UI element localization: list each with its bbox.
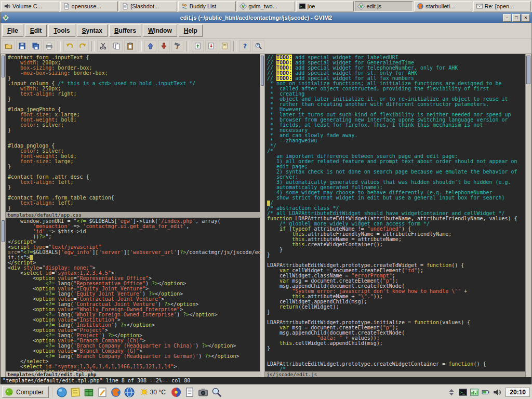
run-script-button[interactable]: [219, 40, 231, 52]
menu-edit[interactable]: Edit: [25, 24, 47, 37]
help-button[interactable]: ?: [239, 40, 251, 52]
titlebar[interactable]: V edit.js (~/public_html/acd/contactmgr/…: [1, 12, 531, 23]
task-button-8[interactable]: Re: [open...: [473, 1, 531, 11]
hide-icon[interactable]: [447, 388, 456, 397]
code-line: }: [267, 247, 525, 252]
screen: Volume C...opensuse...[Slashdot...Buddy …: [0, 0, 532, 399]
window-list: Volume C...opensuse...[Slashdot...Buddy …: [1, 1, 531, 11]
code-line: * called after object constructed, provi…: [267, 86, 525, 91]
editor-pane-edit-js[interactable]: // TODO: add special widget for labeledU…: [265, 54, 525, 371]
scrollbar-thumb[interactable]: [2, 220, 5, 242]
vim-icon: V: [357, 3, 365, 10]
menu-window[interactable]: Window: [143, 24, 177, 37]
code-line: src="<?=$GLOBALS['egw_info']['server']['…: [8, 250, 260, 255]
task-button-6[interactable]: Vedit.js: [355, 1, 413, 11]
cut-button[interactable]: [97, 40, 109, 52]
load-session-button[interactable]: [192, 40, 204, 52]
firefox-icon[interactable]: [110, 387, 122, 398]
save-all-button[interactable]: [30, 40, 42, 52]
bottom-taskbar: Computer 30 °C >_ 20:10: [0, 384, 532, 399]
battery-icon[interactable]: [481, 388, 490, 397]
find-prev-button[interactable]: [144, 40, 156, 52]
task-button-1[interactable]: opensuse...: [60, 1, 118, 11]
magnifier-icon[interactable]: [211, 387, 222, 398]
ball-icon[interactable]: [170, 387, 182, 398]
open-button[interactable]: [3, 40, 15, 52]
toolbar: ??: [1, 38, 531, 54]
document-icon[interactable]: [184, 387, 195, 398]
editor-icon[interactable]: [97, 387, 108, 398]
task-button-3[interactable]: Buddy List: [178, 1, 236, 11]
statusline-app-css: templates/default/app.css: [6, 212, 260, 218]
svg-text:V: V: [4, 16, 8, 20]
monitor-icon[interactable]: [470, 388, 479, 397]
menu-tools[interactable]: Tools: [48, 24, 75, 37]
task-button-7[interactable]: starbulleti...: [414, 1, 472, 11]
notes-icon[interactable]: [70, 387, 81, 398]
menu-file[interactable]: File: [2, 24, 23, 37]
svg-text:>_: >_: [300, 4, 304, 8]
left-scrollbar[interactable]: [1, 54, 6, 377]
menubar: FileEditToolsSyntaxBuffersWindowHelp: [1, 23, 531, 38]
scrollbar-thumb[interactable]: [261, 56, 264, 86]
globe-icon[interactable]: [124, 387, 135, 398]
camera-icon[interactable]: [197, 387, 209, 398]
sphere-icon[interactable]: [56, 387, 68, 398]
close-button[interactable]: ×: [522, 14, 530, 22]
redo-button[interactable]: [77, 40, 89, 52]
task-button-label: [Slashdot...: [130, 3, 159, 9]
task-button-label: starbulleti...: [425, 3, 455, 9]
split-scrollbar[interactable]: [260, 54, 265, 377]
task-button-0[interactable]: Volume C...: [1, 1, 59, 11]
print-button[interactable]: [43, 40, 55, 52]
paste-button[interactable]: [124, 40, 136, 52]
statusline-edit-tpl-php: templates/default/edit.tpl.php: [6, 371, 260, 377]
scrollbar-thumb[interactable]: [2, 56, 5, 77]
window-title: edit.js (~/public_html/acd/contactmgr/js…: [9, 15, 503, 21]
maximize-button[interactable]: □: [512, 14, 521, 22]
left-split: #contact_form .inputText { width: 200px;…: [6, 54, 260, 377]
top-taskbar: Volume C...opensuse...[Slashdot...Buddy …: [0, 0, 532, 12]
menu-buffers[interactable]: Buffers: [109, 24, 141, 37]
svg-text:>_: >_: [460, 390, 466, 395]
computer-menu-button[interactable]: Computer: [2, 386, 49, 398]
statusline-edit-js: js/jscode/edit.js: [265, 371, 525, 377]
editor-area: #contact_form .inputText { width: 200px;…: [1, 54, 531, 377]
find-next-button[interactable]: [158, 40, 170, 52]
menu-help[interactable]: Help: [179, 24, 203, 37]
code-line: * rather than creating another with diff…: [267, 102, 525, 107]
task-button-2[interactable]: [Slashdot...: [119, 1, 177, 11]
right-scrollbar[interactable]: [525, 54, 531, 377]
task-button-4[interactable]: Vgvim_two...: [237, 1, 295, 11]
terminal-icon: >_: [299, 3, 306, 10]
code-line: [8, 133, 260, 138]
code-line: ))?>";: [8, 234, 260, 240]
code-line: }: [8, 206, 260, 211]
weather-applet[interactable]: 30 °C: [137, 388, 168, 396]
minimize-button[interactable]: –: [503, 14, 511, 22]
quick-launch: [56, 387, 135, 398]
window-controls: – □ ×: [503, 14, 530, 22]
code-line: }: [267, 252, 525, 258]
code-line: }: [8, 164, 260, 169]
scrollbar-thumb[interactable]: [526, 56, 530, 84]
code-line: text-align: left;: [8, 180, 260, 185]
task-button-5[interactable]: >_joe: [296, 1, 354, 11]
temperature-label: 30 °C: [150, 389, 166, 396]
code-line: /*: [267, 367, 525, 371]
package-icon[interactable]: [83, 387, 95, 398]
terminal-icon[interactable]: >_: [458, 388, 468, 397]
editor-pane-app-css[interactable]: #contact_form .inputText { width: 200px;…: [6, 54, 260, 212]
volume-icon[interactable]: [493, 388, 502, 397]
code-line: text-align: right;: [8, 91, 260, 97]
menu-syntax[interactable]: Syntax: [77, 24, 108, 37]
make-button[interactable]: [171, 40, 183, 52]
save-session-button[interactable]: [205, 40, 217, 52]
find-help-button[interactable]: ?: [252, 40, 264, 52]
clock[interactable]: 20:10: [506, 388, 530, 397]
save-button[interactable]: [16, 40, 28, 52]
svg-text:V: V: [360, 4, 363, 9]
undo-button[interactable]: [63, 40, 75, 52]
copy-button[interactable]: [111, 40, 123, 52]
editor-pane-edit-tpl-php[interactable]: window.jsonURI = "<?= $GLOBALS['egw']->l…: [6, 218, 260, 371]
